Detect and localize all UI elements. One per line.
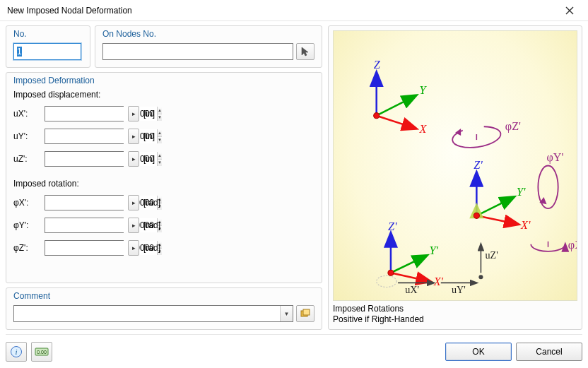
axes-diagram-icon: Z Y X φZ' (334, 31, 577, 300)
svg-line-36 (391, 273, 430, 281)
window-title: New Imposed Nodal Deformation (7, 6, 555, 16)
svg-text:X: X (418, 123, 427, 135)
displacement-section-label: Imposed displacement: (13, 90, 314, 100)
title-bar: New Imposed Nodal Deformation (0, 0, 588, 21)
uy-unit: [in] (143, 131, 172, 141)
uz-input[interactable] (45, 152, 157, 166)
pick-cursor-icon (300, 46, 311, 57)
imposed-deformation-legend: Imposed Deformation (13, 76, 314, 85)
svg-text:uY': uY' (452, 284, 466, 295)
preview-panel: Z Y X φZ' (328, 25, 582, 330)
uz-label: uZ': (13, 154, 40, 164)
phiy-spinner[interactable]: ▲▼ (45, 218, 124, 233)
svg-text:Z: Z (374, 59, 381, 71)
phiy-input[interactable] (45, 218, 157, 232)
svg-line-11 (377, 95, 416, 115)
on-nodes-group: On Nodes No. (95, 25, 322, 68)
svg-rect-4 (303, 309, 310, 315)
cancel-button[interactable]: Cancel (516, 343, 582, 361)
ux-step-button[interactable]: ▸ (128, 106, 139, 121)
svg-text:i: i (15, 348, 17, 356)
rotation-section-label: Imposed rotation: (13, 179, 314, 189)
phiz-spinner[interactable]: ▲▼ (45, 240, 124, 256)
ux-input[interactable] (45, 107, 157, 121)
uz-spinner[interactable]: ▲▼ (45, 151, 124, 167)
uz-row: uZ': ▲▼ ▸ [in] (13, 149, 314, 169)
phix-row: φX': ▲▼ ▸ [rad] (13, 193, 314, 213)
svg-text:φX': φX' (568, 239, 577, 251)
phix-unit: [rad] (143, 198, 172, 208)
uy-spinner[interactable]: ▲▼ (45, 129, 124, 144)
svg-point-13 (374, 113, 380, 119)
svg-line-12 (377, 116, 416, 129)
phix-label: φX': (13, 198, 40, 208)
svg-text:φZ': φZ' (505, 120, 521, 133)
svg-line-35 (391, 256, 427, 273)
comment-legend: Comment (13, 291, 314, 301)
uz-unit: [in] (143, 154, 172, 164)
svg-text:φY': φY' (547, 151, 564, 164)
comment-group: Comment ▼ (6, 287, 322, 330)
phix-input[interactable] (45, 196, 157, 210)
svg-point-38 (388, 270, 394, 275)
svg-text:X': X' (520, 219, 531, 231)
phiy-row: φY': ▲▼ ▸ [rad] (13, 215, 314, 235)
svg-text:uZ': uZ' (485, 249, 498, 261)
comment-library-button[interactable] (296, 305, 314, 322)
preview-canvas: Z Y X φZ' (333, 30, 577, 301)
phiz-input[interactable] (45, 241, 157, 255)
ux-spinner[interactable]: ▲▼ (45, 106, 124, 121)
help-icon: i (10, 345, 23, 358)
phiy-step-button[interactable]: ▸ (128, 218, 139, 233)
imposed-deformation-group: Imposed Deformation Imposed displacement… (6, 72, 322, 283)
svg-text:Y: Y (419, 84, 427, 96)
uy-input[interactable] (45, 129, 157, 143)
svg-line-22 (476, 197, 514, 215)
preview-caption: Imposed Rotations Positive if Right-Hand… (333, 304, 577, 325)
uz-step-button[interactable]: ▸ (128, 151, 139, 167)
no-legend: No. (13, 29, 83, 39)
units-button[interactable]: 0.00 (31, 342, 52, 362)
comment-input[interactable] (14, 306, 280, 321)
caption-line1: Imposed Rotations (333, 304, 404, 314)
svg-text:X': X' (433, 275, 444, 287)
uy-row: uY': ▲▼ ▸ [in] (13, 126, 314, 146)
caption-line2: Positive if Right-Handed (333, 314, 424, 324)
phiz-unit: [rad] (143, 243, 172, 253)
phiz-step-button[interactable]: ▸ (128, 240, 139, 256)
help-button[interactable]: i (6, 342, 27, 362)
uy-label: uY': (13, 131, 40, 141)
on-nodes-legend: On Nodes No. (102, 29, 314, 39)
phix-spinner[interactable]: ▲▼ (45, 195, 124, 210)
phiy-unit: [rad] (143, 220, 172, 230)
close-button[interactable] (555, 1, 584, 20)
ok-button[interactable]: OK (445, 343, 512, 361)
svg-point-47 (478, 275, 483, 279)
svg-marker-2 (302, 47, 308, 56)
comment-combo[interactable]: ▼ (13, 305, 293, 322)
phix-step-button[interactable]: ▸ (128, 195, 139, 210)
svg-point-25 (474, 213, 479, 218)
on-nodes-input[interactable] (102, 43, 293, 60)
no-input[interactable] (13, 43, 81, 60)
svg-text:Z': Z' (474, 159, 483, 171)
svg-text:Y': Y' (517, 186, 526, 198)
pick-nodes-button[interactable] (296, 43, 314, 60)
phiz-row: φZ': ▲▼ ▸ [rad] (13, 238, 314, 258)
ux-unit: [in] (143, 109, 172, 119)
no-group: No. (6, 25, 90, 68)
svg-text:Z': Z' (388, 220, 397, 232)
svg-text:uX': uX' (405, 284, 419, 295)
phiy-label: φY': (13, 220, 40, 230)
ux-label: uX': (13, 109, 40, 119)
close-icon (565, 6, 574, 15)
chevron-down-icon[interactable]: ▼ (280, 306, 293, 321)
units-icon: 0.00 (35, 346, 49, 357)
phiz-label: φZ': (13, 243, 40, 253)
uy-step-button[interactable]: ▸ (128, 129, 139, 144)
ux-row: uX': ▲▼ ▸ [in] (13, 104, 314, 124)
footer: i 0.00 OK Cancel (6, 334, 582, 362)
svg-text:0.00: 0.00 (37, 350, 47, 355)
library-icon (300, 308, 311, 319)
svg-point-37 (377, 275, 396, 287)
